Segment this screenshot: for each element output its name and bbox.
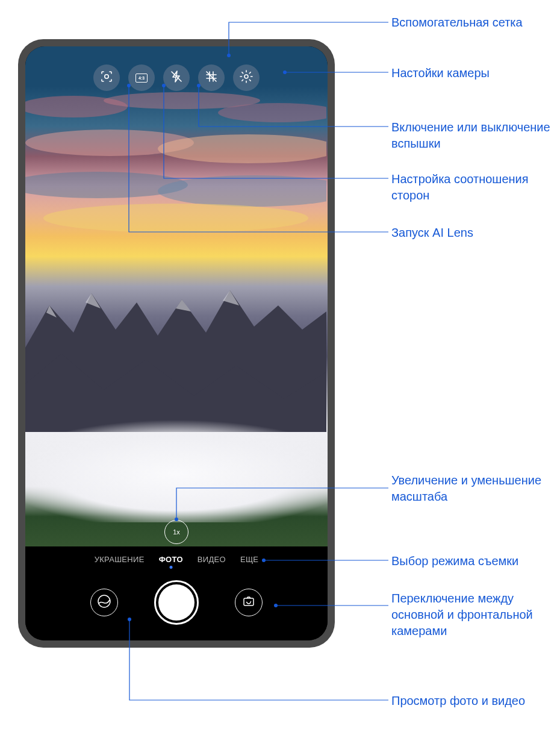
svg-point-15	[244, 75, 248, 78]
aspect-ratio-button[interactable]: 4:3	[128, 64, 155, 91]
callout-ailens: Запуск AI Lens	[391, 225, 473, 241]
callout-switch-cam: Переключение между основной и фронтально…	[391, 590, 554, 639]
callout-mode-select: Выбор режима съемки	[391, 553, 518, 569]
gallery-thumbnail-icon	[97, 594, 111, 611]
grid-button[interactable]	[198, 64, 225, 91]
svg-point-7	[43, 204, 308, 233]
settings-button[interactable]	[233, 64, 260, 91]
sky-clouds-decoration	[25, 89, 326, 245]
callout-grid: Вспомогательная сетка	[391, 14, 523, 31]
svg-rect-17	[244, 598, 254, 605]
tablet-frame: 4:3	[18, 39, 335, 648]
gallery-button[interactable]	[90, 589, 118, 616]
callout-flash: Включение или выключение вспышки	[391, 119, 554, 152]
shutter-inner	[158, 584, 194, 621]
aspect-ratio-icon: 4:3	[134, 70, 149, 85]
callout-settings: Настойки камеры	[391, 65, 490, 81]
zoom-label: 1x	[173, 528, 180, 536]
top-toolbar: 4:3	[25, 64, 328, 91]
bottom-bar: УКРАШЕНИЕ ФОТО ВИДЕО ЕЩЕ	[25, 546, 328, 640]
gear-icon	[239, 69, 254, 86]
svg-point-8	[105, 75, 108, 78]
zoom-button[interactable]: 1x	[164, 520, 188, 544]
callout-gallery: Просмотр фото и видео	[391, 693, 525, 709]
shutter-controls	[25, 580, 328, 625]
flash-off-icon	[169, 69, 184, 86]
low-clouds-decoration	[25, 402, 328, 522]
shutter-button[interactable]	[154, 580, 199, 625]
switch-camera-button[interactable]	[235, 589, 263, 616]
mode-photo[interactable]: ФОТО	[159, 555, 183, 564]
svg-line-14	[207, 72, 216, 81]
ai-lens-icon	[99, 69, 114, 86]
mode-more[interactable]: ЕЩЕ	[240, 555, 258, 564]
mode-video[interactable]: ВИДЕО	[198, 555, 226, 564]
mode-beauty[interactable]: УКРАШЕНИЕ	[95, 555, 145, 564]
viewfinder: 4:3	[25, 46, 328, 546]
grid-off-icon	[204, 69, 219, 86]
mode-selector[interactable]: УКРАШЕНИЕ ФОТО ВИДЕО ЕЩЕ	[25, 555, 328, 564]
callout-zoom: Увеличение и уменьшение масштаба	[391, 472, 548, 505]
ai-lens-button[interactable]	[93, 64, 120, 91]
switch-camera-icon	[241, 594, 256, 611]
callout-aspect: Настройка соотношения сторон	[391, 171, 554, 204]
aspect-ratio-label: 4:3	[138, 76, 145, 80]
screen: 4:3	[25, 46, 328, 640]
flash-button[interactable]	[163, 64, 190, 91]
svg-point-6	[158, 175, 326, 207]
